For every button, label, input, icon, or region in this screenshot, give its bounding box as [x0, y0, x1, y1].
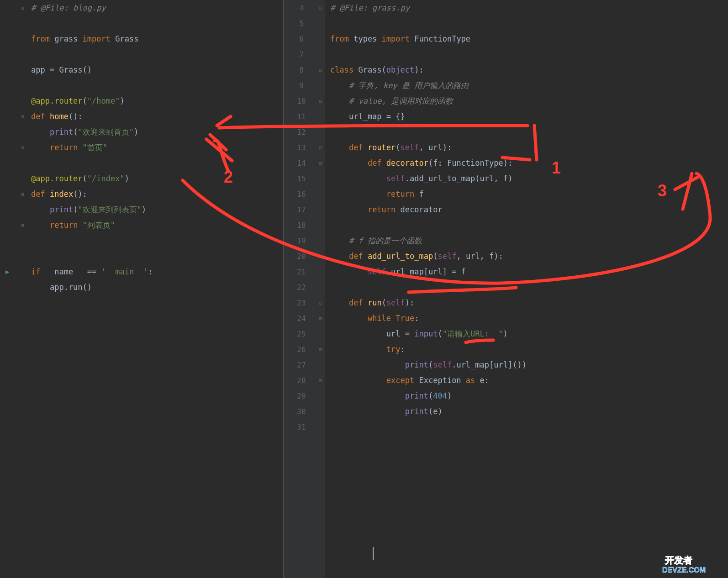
- code-line[interactable]: def decorator(f: FunctionType):: [325, 155, 728, 171]
- code-content[interactable]: app = Grass(): [28, 65, 283, 74]
- code-line[interactable]: app = Grass(): [0, 62, 283, 78]
- code-content[interactable]: # @File: grass.py: [325, 3, 728, 12]
- fold-icon[interactable]: ⊟: [319, 378, 322, 384]
- fold-icon[interactable]: ⊟: [319, 253, 322, 259]
- gutter-cell[interactable]: 17: [284, 202, 325, 217]
- gutter-cell[interactable]: 12: [284, 124, 325, 140]
- code-content[interactable]: while True:: [325, 314, 728, 323]
- code-content[interactable]: from types import FunctionType: [325, 34, 728, 43]
- code-content[interactable]: class Grass(object):: [325, 65, 728, 74]
- gutter-cell[interactable]: 9: [284, 78, 325, 93]
- code-line[interactable]: [325, 47, 728, 62]
- code-content[interactable]: print("欢迎来到首页"): [28, 127, 283, 137]
- gutter-cell[interactable]: 13⊟: [284, 140, 325, 155]
- code-line[interactable]: # f 指的是一个函数: [325, 233, 728, 248]
- code-line[interactable]: try:: [325, 342, 728, 357]
- code-line[interactable]: @app.router("/home"): [0, 93, 283, 109]
- gutter-cell[interactable]: 27: [284, 357, 325, 373]
- fold-icon[interactable]: ⊟: [21, 145, 24, 151]
- code-line[interactable]: return decorator: [325, 202, 728, 217]
- code-content[interactable]: def home():: [28, 112, 283, 121]
- code-line[interactable]: while True:: [325, 310, 728, 326]
- code-line[interactable]: ⊟ return "列表页": [0, 217, 283, 233]
- code-line[interactable]: [325, 419, 728, 435]
- code-line[interactable]: [0, 78, 283, 93]
- gutter-cell[interactable]: 7: [284, 47, 325, 62]
- code-line[interactable]: [0, 155, 283, 171]
- gutter-cell[interactable]: 28⊟: [284, 373, 325, 388]
- code-line[interactable]: url = input("请输入URL: "): [325, 326, 728, 342]
- code-content[interactable]: try:: [325, 345, 728, 354]
- gutter-cell[interactable]: 4⊟: [284, 0, 325, 16]
- code-content[interactable]: def add_url_to_map(self, url, f):: [325, 252, 728, 261]
- code-line[interactable]: ⊟# @File: blog.py: [0, 0, 283, 16]
- fold-icon[interactable]: ⊟: [21, 114, 24, 120]
- gutter-cell[interactable]: 23⊟: [284, 295, 325, 310]
- code-content[interactable]: @app.router("/index"): [28, 174, 283, 183]
- gutter-cell[interactable]: 29: [284, 388, 325, 404]
- code-content[interactable]: self.url_map[url] = f: [325, 267, 728, 276]
- code-line[interactable]: # @File: grass.py: [325, 0, 728, 16]
- fold-icon[interactable]: ⊟: [319, 98, 322, 104]
- code-line[interactable]: [325, 279, 728, 295]
- code-line[interactable]: self.add_url_to_map(url, f): [325, 171, 728, 186]
- code-content[interactable]: def router(self, url):: [325, 143, 728, 152]
- run-icon[interactable]: ▶: [5, 268, 9, 275]
- fold-icon[interactable]: ⊟: [21, 222, 24, 228]
- gutter-cell[interactable]: 5: [284, 16, 325, 31]
- fold-icon[interactable]: ⊟: [21, 5, 24, 11]
- gutter-cell[interactable]: 20⊟: [284, 248, 325, 264]
- code-content[interactable]: @app.router("/home"): [28, 96, 283, 105]
- code-content[interactable]: print("欢迎来到列表页"): [28, 205, 283, 215]
- code-line[interactable]: @app.router("/index"): [0, 171, 283, 186]
- code-line[interactable]: from grass import Grass: [0, 31, 283, 47]
- code-line[interactable]: from types import FunctionType: [325, 31, 728, 47]
- gutter-cell[interactable]: 25: [284, 326, 325, 342]
- gutter-cell[interactable]: 21: [284, 264, 325, 279]
- gutter-cell[interactable]: 22: [284, 279, 325, 295]
- code-content[interactable]: except Exception as e:: [325, 376, 728, 385]
- code-line[interactable]: print("欢迎来到首页"): [0, 124, 283, 140]
- code-content[interactable]: return "列表页": [28, 220, 283, 231]
- fold-icon[interactable]: ⊟: [319, 160, 322, 166]
- code-content[interactable]: print(self.url_map[url]()): [325, 360, 728, 369]
- gutter-cell[interactable]: 31: [284, 419, 325, 435]
- left-editor-pane[interactable]: ⊟# @File: blog.pyfrom grass import Grass…: [0, 0, 283, 578]
- code-line[interactable]: print(self.url_map[url]()): [325, 357, 728, 373]
- code-content[interactable]: def index():: [28, 189, 283, 199]
- code-line[interactable]: [325, 16, 728, 31]
- code-content[interactable]: # value, 是调用对应的函数: [325, 96, 728, 106]
- code-line[interactable]: def router(self, url):: [325, 140, 728, 155]
- code-line[interactable]: # value, 是调用对应的函数: [325, 93, 728, 109]
- code-line[interactable]: def add_url_to_map(self, url, f):: [325, 248, 728, 264]
- code-content[interactable]: url = input("请输入URL: "): [325, 329, 728, 339]
- code-line[interactable]: return f: [325, 186, 728, 202]
- gutter-cell[interactable]: 6: [284, 31, 325, 47]
- code-content[interactable]: return decorator: [325, 205, 728, 214]
- gutter-cell[interactable]: 15: [284, 171, 325, 186]
- code-content[interactable]: app.run(): [28, 283, 283, 292]
- code-line[interactable]: print(404): [325, 388, 728, 404]
- gutter-cell[interactable]: 14⊟: [284, 155, 325, 171]
- code-line[interactable]: app.run(): [0, 279, 283, 295]
- code-content[interactable]: print(e): [325, 407, 728, 416]
- gutter-cell[interactable]: 19: [284, 233, 325, 248]
- code-content[interactable]: if __name__ == '__main__':: [28, 267, 283, 276]
- code-line[interactable]: class Grass(object):: [325, 62, 728, 78]
- code-line[interactable]: url_map = {}: [325, 109, 728, 124]
- code-line[interactable]: [0, 16, 283, 31]
- code-line[interactable]: except Exception as e:: [325, 373, 728, 388]
- gutter-cell[interactable]: 11: [284, 109, 325, 124]
- fold-icon[interactable]: ⊟: [319, 67, 322, 73]
- fold-icon[interactable]: ⊟: [319, 300, 322, 306]
- code-content[interactable]: # 字典, key 是 用户输入的路由: [325, 80, 728, 91]
- code-content[interactable]: def run(self):: [325, 298, 728, 307]
- code-content[interactable]: self.add_url_to_map(url, f): [325, 174, 728, 183]
- code-content[interactable]: return f: [325, 189, 728, 199]
- code-line[interactable]: # 字典, key 是 用户输入的路由: [325, 78, 728, 93]
- gutter-cell[interactable]: 30: [284, 404, 325, 419]
- fold-icon[interactable]: ⊟: [319, 145, 322, 151]
- code-content[interactable]: def decorator(f: FunctionType):: [325, 158, 728, 168]
- code-line[interactable]: [0, 47, 283, 62]
- code-line[interactable]: [325, 124, 728, 140]
